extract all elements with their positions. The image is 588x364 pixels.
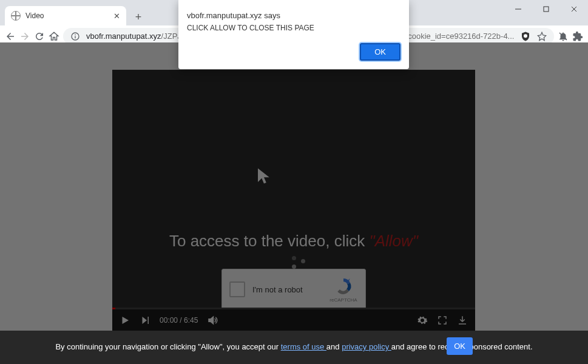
globe-icon (11, 11, 21, 21)
svg-point-4 (524, 34, 527, 38)
modal-overlay (0, 42, 588, 364)
browser-tab[interactable]: Video ✕ (5, 6, 126, 25)
dialog-origin: vbofr.manputupat.xyz says (187, 11, 400, 20)
svg-rect-3 (75, 36, 75, 38)
dialog-message: CLICK ALLOW TO CLOSE THIS PAGE (187, 24, 400, 32)
svg-point-2 (75, 34, 76, 35)
new-tab-button[interactable]: + (130, 8, 147, 25)
svg-rect-0 (544, 7, 549, 12)
window-minimize-button[interactable] (504, 0, 532, 18)
window-close-button[interactable] (560, 0, 588, 18)
bookmark-star-icon[interactable] (537, 32, 547, 41)
privacy-link[interactable]: privacy policy (342, 342, 391, 351)
consent-banner: By continuing your navigation or clickin… (0, 331, 588, 364)
site-info-icon[interactable] (70, 32, 80, 41)
window-maximize-button[interactable] (532, 0, 560, 18)
shield-badge-icon[interactable] (520, 31, 531, 42)
dialog-ok-button[interactable]: OK (360, 43, 400, 61)
terms-link[interactable]: terms of use (281, 342, 326, 351)
js-alert-dialog: vbofr.manputupat.xyz says CLICK ALLOW TO… (178, 0, 409, 69)
tab-title: Video (25, 12, 109, 20)
tab-close-icon[interactable]: ✕ (113, 12, 120, 21)
consent-ok-button[interactable]: OK (447, 337, 473, 355)
